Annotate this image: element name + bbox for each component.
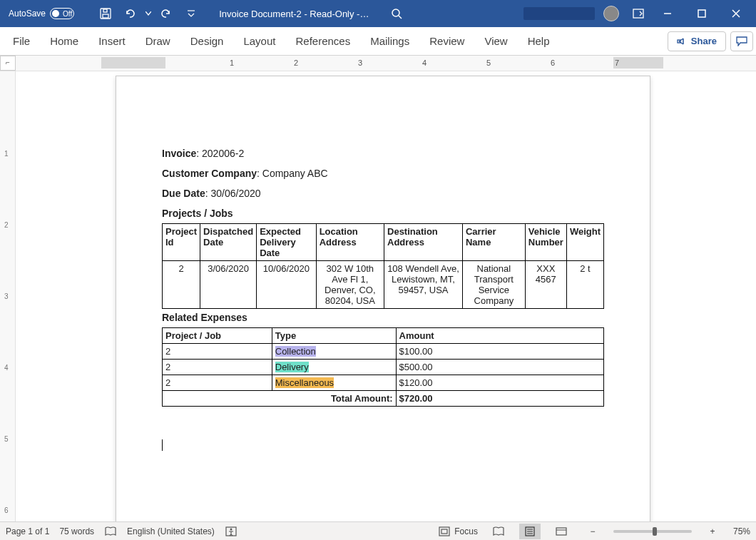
status-accessibility[interactable] (225, 526, 237, 537)
share-label: Share (691, 36, 717, 46)
cell-pj: 2 (163, 360, 272, 375)
ruler-v-tick: 2 (4, 221, 9, 229)
ruler-h-tick: 3 (358, 58, 362, 67)
cell-pj: 2 (163, 375, 272, 391)
invoice-line: Invoice: 202006-2 (162, 148, 604, 159)
print-layout-icon (523, 526, 536, 536)
col-carrier: Carrier Name (462, 224, 525, 261)
tab-view[interactable]: View (474, 27, 517, 56)
web-layout-icon (555, 526, 568, 536)
customer-value: Company ABC (262, 168, 328, 179)
maximize-button[interactable] (686, 0, 717, 27)
tab-layout[interactable]: Layout (233, 27, 285, 56)
focus-label: Focus (454, 526, 478, 536)
svg-rect-15 (441, 529, 447, 534)
tab-review[interactable]: Review (419, 27, 474, 56)
col-expected: Expected Delivery Date (257, 224, 316, 261)
expenses-table: Project / Job Type Amount 2Collection$10… (162, 327, 604, 407)
status-spellcheck[interactable] (104, 526, 117, 537)
web-layout-button[interactable] (551, 524, 572, 539)
total-label: Total Amount: (331, 393, 393, 404)
close-icon (732, 9, 740, 18)
save-button[interactable] (95, 3, 116, 24)
tab-mailings[interactable]: Mailings (360, 27, 419, 56)
undo-button[interactable] (119, 3, 141, 24)
horizontal-ruler[interactable]: 1 2 3 4 5 6 7 (16, 56, 756, 71)
redo-icon (161, 8, 173, 19)
document-title: Invoice Document-2 - Read-Only -… (219, 9, 369, 19)
invoice-value: 202006-2 (202, 148, 244, 159)
autosave-toggle[interactable]: AutoSave Off (4, 8, 92, 19)
qat-customize[interactable] (180, 3, 202, 24)
cell-id: 2 (163, 261, 200, 309)
table-row: 2Delivery$500.00 (163, 360, 604, 375)
page-area[interactable]: Invoice: 202006-2 Customer Company: Comp… (16, 71, 756, 521)
status-words[interactable]: 75 words (59, 526, 94, 536)
tab-insert[interactable]: Insert (88, 27, 136, 56)
col-vehicle: Vehicle Number (525, 224, 566, 261)
share-button[interactable]: Share (668, 31, 726, 51)
status-language[interactable]: English (United States) (127, 526, 215, 536)
tab-help[interactable]: Help (518, 27, 560, 56)
comments-button[interactable] (730, 31, 753, 51)
ruler-h-tick: 4 (422, 58, 426, 67)
ruler-v-tick: 5 (4, 435, 9, 443)
col-type: Type (272, 328, 396, 344)
tab-design[interactable]: Design (180, 27, 234, 56)
redo-button[interactable] (156, 3, 178, 24)
zoom-out-button[interactable]: − (582, 524, 603, 539)
svg-line-5 (399, 16, 402, 19)
customer-line: Customer Company: Company ABC (162, 168, 604, 179)
cell-pj: 2 (163, 344, 272, 360)
svg-point-4 (392, 9, 399, 16)
vertical-ruler[interactable]: 1 2 3 4 5 6 (0, 71, 16, 521)
svg-rect-14 (439, 527, 449, 536)
title-bar: AutoSave Off Invoice Document-2 - Read-O… (0, 0, 756, 27)
col-amount: Amount (396, 328, 603, 344)
ruler-row: ⌐ 1 2 3 4 5 6 7 (0, 56, 756, 71)
col-location: Location Address (316, 224, 384, 261)
tab-home[interactable]: Home (40, 27, 88, 56)
minimize-button[interactable] (652, 0, 683, 27)
ruler-v-tick: 6 (4, 506, 9, 514)
focus-mode-button[interactable]: Focus (439, 526, 478, 536)
search-icon (391, 8, 402, 19)
comment-icon (736, 36, 747, 46)
search-button[interactable] (386, 3, 407, 24)
tab-draw[interactable]: Draw (136, 27, 180, 56)
autosave-label: AutoSave (9, 9, 46, 19)
svg-rect-8 (698, 10, 705, 17)
ruler-h-tick: 1 (230, 58, 234, 67)
zoom-slider[interactable] (613, 530, 692, 533)
col-project-id: Project Id (163, 224, 200, 261)
print-layout-button[interactable] (519, 524, 541, 539)
accessibility-icon (225, 526, 237, 537)
user-name-placeholder (523, 7, 595, 20)
read-mode-button[interactable] (488, 524, 509, 539)
zoom-level[interactable]: 75% (733, 526, 750, 536)
tab-references[interactable]: References (285, 27, 360, 56)
undo-dropdown[interactable] (143, 3, 153, 24)
close-button[interactable] (720, 0, 752, 27)
book-icon (104, 526, 117, 537)
share-icon (677, 36, 687, 46)
customer-label: Customer Company (162, 168, 257, 179)
cell-expected: 10/06/2020 (257, 261, 316, 309)
workspace: 1 2 3 4 5 6 Invoice: 202006-2 Customer C… (0, 71, 756, 521)
due-label: Due Date (162, 188, 205, 199)
overflow-icon (188, 9, 195, 18)
table-row: 2 3/06/2020 10/06/2020 302 W 10th Ave Fl… (163, 261, 604, 309)
ruler-corner: ⌐ (0, 56, 16, 71)
chevron-down-icon (145, 11, 151, 16)
tab-file[interactable]: File (3, 27, 40, 56)
status-page[interactable]: Page 1 of 1 (6, 526, 49, 536)
read-mode-icon (492, 526, 505, 536)
ribbon-display-options[interactable] (628, 3, 649, 24)
document-page: Invoice: 202006-2 Customer Company: Comp… (116, 76, 650, 521)
svg-rect-0 (101, 9, 111, 19)
projects-title: Projects / Jobs (162, 208, 604, 219)
col-pj: Project / Job (163, 328, 272, 344)
cell-type: Miscellaneous (272, 375, 396, 391)
user-avatar[interactable] (603, 6, 619, 21)
zoom-in-button[interactable]: + (702, 524, 723, 539)
